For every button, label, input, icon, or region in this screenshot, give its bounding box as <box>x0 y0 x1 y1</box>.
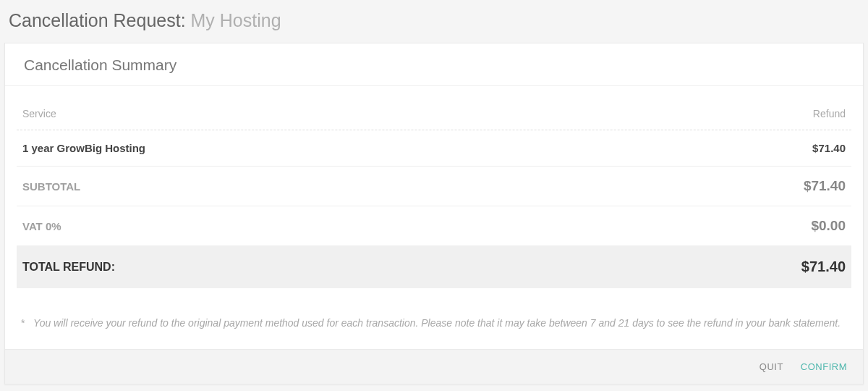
total-refund-row: TOTAL REFUND: $71.40 <box>17 245 851 288</box>
disclaimer-asterisk: * <box>21 317 25 329</box>
subtotal-value: $71.40 <box>804 178 846 194</box>
page-title-prefix: Cancellation Request: <box>9 10 186 30</box>
vat-label: VAT 0% <box>22 220 61 232</box>
table-header-row: Service Refund <box>17 86 851 130</box>
line-item-value: $71.40 <box>812 142 846 154</box>
page-title: Cancellation Request: My Hosting <box>9 10 859 31</box>
quit-button[interactable]: QUIT <box>760 361 783 372</box>
confirm-button[interactable]: CONFIRM <box>801 361 847 372</box>
refund-disclaimer: * You will receive your refund to the or… <box>5 288 863 349</box>
total-refund-label: TOTAL REFUND: <box>22 261 115 274</box>
disclaimer-text: You will receive your refund to the orig… <box>33 317 841 329</box>
card-title: Cancellation Summary <box>5 43 863 86</box>
page-header: Cancellation Request: My Hosting <box>0 0 868 43</box>
summary-table: Service Refund 1 year GrowBig Hosting $7… <box>5 86 863 288</box>
cancellation-summary-card: Cancellation Summary Service Refund 1 ye… <box>4 43 864 384</box>
vat-row: VAT 0% $0.00 <box>17 206 851 245</box>
card-footer: QUIT CONFIRM <box>5 349 863 384</box>
line-item-label: 1 year GrowBig Hosting <box>22 142 145 154</box>
subtotal-row: SUBTOTAL $71.40 <box>17 167 851 206</box>
subtotal-label: SUBTOTAL <box>22 180 80 193</box>
col-refund: Refund <box>813 108 846 119</box>
line-item-row: 1 year GrowBig Hosting $71.40 <box>17 130 851 167</box>
total-refund-value: $71.40 <box>801 258 846 275</box>
vat-value: $0.00 <box>811 218 846 234</box>
page-title-context: My Hosting <box>191 10 281 30</box>
col-service: Service <box>22 108 56 119</box>
